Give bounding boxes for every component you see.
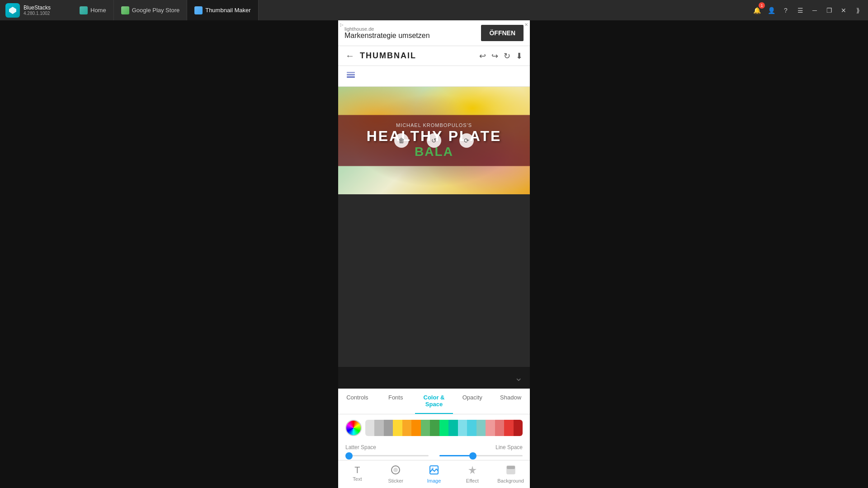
tab-controls-label: Controls xyxy=(346,394,368,401)
color-swatch-8[interactable] xyxy=(439,420,448,436)
color-swatch-0[interactable] xyxy=(365,420,374,436)
app-window: ▷ lighthouse.de Markenstrategie umsetzen… xyxy=(338,20,530,488)
brand-info: BlueStacks 4.280.1.1002 xyxy=(24,5,51,16)
color-swatch-2[interactable] xyxy=(384,420,393,436)
svg-rect-3 xyxy=(347,72,355,73)
undo-alt-button[interactable]: ↩ xyxy=(479,51,486,61)
collapse-button[interactable]: ⌄ xyxy=(514,372,523,384)
thumbnail-canvas: MICHAEL KROMBOPULOS'S HEALTHY PLATE BALA… xyxy=(338,87,530,194)
tab-opacity-label: Opacity xyxy=(462,394,482,401)
ad-open-button[interactable]: ÖFFNEN xyxy=(481,25,524,41)
latter-space-thumb[interactable] xyxy=(345,452,353,460)
latter-space-slider[interactable] xyxy=(345,455,429,456)
canvas-subtitle: MICHAEL KROMBOPULOS'S xyxy=(338,122,530,128)
tool-sticker[interactable]: Sticker xyxy=(377,463,415,485)
close-button[interactable]: ✕ xyxy=(837,4,850,17)
color-swatch-13[interactable] xyxy=(486,420,495,436)
app-header: ← THUMBNAIL ↩ ↪ ↻ ⬇ xyxy=(338,46,530,66)
layers-button[interactable] xyxy=(345,70,356,83)
editor-tabs: Controls Fonts Color & Space Opacity Sha… xyxy=(338,389,530,414)
background-tool-label: Background xyxy=(497,478,524,483)
color-wheel-button[interactable] xyxy=(345,420,362,436)
color-swatch-12[interactable] xyxy=(476,420,486,436)
canvas-area[interactable]: MICHAEL KROMBOPULOS'S HEALTHY PLATE BALA… xyxy=(338,87,530,367)
sticker-tool-icon xyxy=(391,465,401,477)
header-actions: ↩ ↪ ↻ ⬇ xyxy=(479,51,523,61)
tab-fonts[interactable]: Fonts xyxy=(377,389,415,414)
brand-area: BlueStacks 4.280.1.1002 xyxy=(0,3,72,18)
color-swatch-14[interactable] xyxy=(495,420,504,436)
rotate-element-button[interactable]: ↺ xyxy=(427,133,441,148)
tab-shadow[interactable]: Shadow xyxy=(491,389,530,414)
ad-close-icon[interactable]: ✕ xyxy=(524,22,528,27)
color-swatch-1[interactable] xyxy=(374,420,383,436)
ad-title: Markenstrategie umsetzen xyxy=(344,32,481,40)
line-space-slider[interactable] xyxy=(439,455,523,456)
color-swatch-7[interactable] xyxy=(430,420,439,436)
tool-image[interactable]: Image xyxy=(415,463,453,485)
color-swatch-4[interactable] xyxy=(402,420,411,436)
download-button[interactable]: ⬇ xyxy=(516,51,523,61)
tab-play-label: Google Play Store xyxy=(132,7,180,14)
tab-color-space[interactable]: Color & Space xyxy=(415,389,453,414)
brand-version: 4.280.1.1002 xyxy=(24,11,51,16)
tab-controls[interactable]: Controls xyxy=(338,389,377,414)
redo-button[interactable]: ↪ xyxy=(491,51,498,61)
tab-home-label: Home xyxy=(90,7,106,14)
menu-button[interactable]: ☰ xyxy=(794,4,807,17)
tool-effect[interactable]: Effect xyxy=(453,463,491,485)
color-swatch-5[interactable] xyxy=(411,420,420,436)
tab-thumb-label: Thumbnail Maker xyxy=(205,7,250,14)
minimize-button[interactable]: ─ xyxy=(808,4,821,17)
tab-home[interactable]: Home xyxy=(72,0,114,20)
color-swatch-9[interactable] xyxy=(448,420,458,436)
play-tab-icon xyxy=(121,6,129,14)
thumbnail-image: MICHAEL KROMBOPULOS'S HEALTHY PLATE BALA… xyxy=(338,87,530,194)
svg-rect-2 xyxy=(347,74,355,75)
ad-content: lighthouse.de Markenstrategie umsetzen xyxy=(344,26,481,40)
color-palette xyxy=(365,420,523,436)
taskbar-controls: 🔔 1 👤 ? ☰ ─ ❐ ✕ ⟫ xyxy=(747,4,868,17)
expand-button[interactable]: ⟫ xyxy=(852,4,864,17)
help-button[interactable]: ? xyxy=(779,4,792,17)
color-swatch-11[interactable] xyxy=(467,420,476,436)
chevron-area: ⌄ xyxy=(338,367,530,389)
brand-name: BlueStacks xyxy=(24,5,51,11)
color-swatch-6[interactable] xyxy=(421,420,430,436)
account-button[interactable]: 👤 xyxy=(765,4,778,17)
back-button[interactable]: ← xyxy=(345,51,354,61)
home-tab-icon xyxy=(80,6,88,14)
page-title: THUMBNAIL xyxy=(360,51,474,61)
tab-thumbnail-maker[interactable]: Thumbnail Maker xyxy=(187,0,258,20)
line-space-thumb[interactable] xyxy=(469,452,476,460)
color-swatch-15[interactable] xyxy=(504,420,513,436)
app-toolbar xyxy=(338,66,530,87)
color-swatch-10[interactable] xyxy=(458,420,467,436)
restore-button[interactable]: ❐ xyxy=(823,4,835,17)
tab-google-play[interactable]: Google Play Store xyxy=(114,0,188,20)
text-tool-icon: T xyxy=(354,465,360,475)
color-section xyxy=(338,414,530,441)
edit-controls: 🗑 ↺ ⟳ xyxy=(394,133,474,148)
notification-wrap: 🔔 1 xyxy=(750,4,763,17)
layers-icon xyxy=(345,70,356,83)
tool-background[interactable]: Background xyxy=(491,463,530,485)
refresh-button[interactable]: ↻ xyxy=(504,51,510,61)
back-icon: ← xyxy=(345,51,354,61)
tool-text[interactable]: T Text xyxy=(338,463,377,485)
color-swatch-16[interactable] xyxy=(514,420,523,436)
spacing-labels: Latter Space Line Space xyxy=(338,441,530,451)
color-swatch-3[interactable] xyxy=(393,420,402,436)
sticker-tool-label: Sticker xyxy=(388,478,403,483)
image-tool-label: Image xyxy=(427,478,441,483)
tab-opacity[interactable]: Opacity xyxy=(453,389,491,414)
taskbar: BlueStacks 4.280.1.1002 Home Google Play… xyxy=(0,0,868,20)
svg-rect-9 xyxy=(507,466,515,469)
effect-tool-icon xyxy=(467,465,477,477)
delete-element-button[interactable]: 🗑 xyxy=(394,133,409,148)
transform-element-button[interactable]: ⟳ xyxy=(459,133,474,148)
notification-badge: 1 xyxy=(759,2,765,9)
ad-label: ▷ xyxy=(340,22,344,27)
ad-domain: lighthouse.de xyxy=(344,26,481,32)
color-row xyxy=(345,420,523,436)
